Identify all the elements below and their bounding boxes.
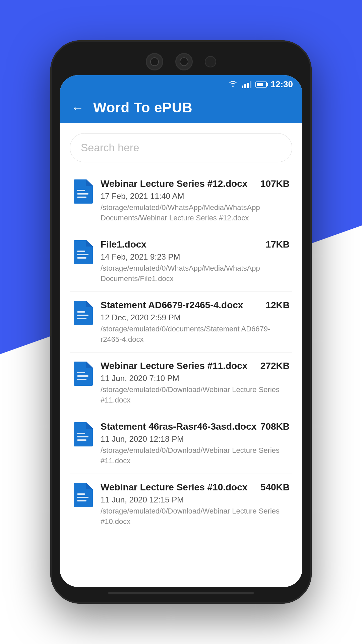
back-button[interactable]: ← bbox=[70, 100, 85, 115]
file-item[interactable]: Statement 46ras-Rasr46-3asd.docx 708KB 1… bbox=[70, 413, 292, 474]
app-bar: ← Word To ePUB bbox=[60, 92, 302, 123]
status-time: 12:30 bbox=[271, 79, 293, 90]
search-input[interactable] bbox=[70, 133, 292, 162]
svg-rect-1 bbox=[77, 193, 88, 195]
camera-center bbox=[205, 56, 216, 67]
svg-rect-12 bbox=[77, 433, 85, 434]
svg-rect-17 bbox=[77, 500, 86, 501]
battery-fill bbox=[257, 83, 263, 86]
status-icons: 12:30 bbox=[228, 79, 293, 90]
file-item[interactable]: File1.docx 17KB 14 Feb, 2021 9:23 PM /st… bbox=[70, 231, 292, 292]
file-info: Webinar Lecture Series #11.docx 272KB 11… bbox=[101, 360, 290, 406]
file-info: Statement AD6679-r2465-4.docx 12KB 12 De… bbox=[101, 299, 290, 345]
file-top-row: Webinar Lecture Series #11.docx 272KB bbox=[101, 360, 290, 372]
svg-rect-0 bbox=[77, 190, 85, 191]
phone-top bbox=[60, 50, 302, 75]
svg-rect-10 bbox=[77, 375, 88, 377]
svg-rect-7 bbox=[77, 315, 88, 316]
file-info: Webinar Lecture Series #10.docx 540KB 11… bbox=[101, 481, 290, 527]
file-icon bbox=[72, 422, 93, 447]
file-date: 11 Jun, 2020 7:10 PM bbox=[101, 374, 290, 383]
file-path: /storage/emulated/0/WhatsApp/Media/Whats… bbox=[101, 203, 290, 223]
status-bar: 12:30 bbox=[60, 75, 302, 92]
file-top-row: Webinar Lecture Series #12.docx 107KB bbox=[101, 178, 290, 190]
svg-rect-11 bbox=[77, 379, 86, 380]
search-bar bbox=[70, 133, 292, 162]
svg-rect-15 bbox=[77, 493, 85, 495]
file-path: /storage/emulated/0/Download/Webinar Lec… bbox=[101, 506, 290, 527]
file-date: 11 Jun, 2020 12:15 PM bbox=[101, 495, 290, 504]
file-icon bbox=[72, 361, 93, 386]
svg-rect-16 bbox=[77, 497, 88, 498]
file-size: 540KB bbox=[260, 482, 290, 493]
file-item[interactable]: Webinar Lecture Series #12.docx 107KB 17… bbox=[70, 170, 292, 231]
phone-frame: 12:30 ← Word To ePUB bbox=[50, 40, 312, 604]
battery-icon bbox=[255, 82, 267, 88]
file-date: 14 Feb, 2021 9:23 PM bbox=[101, 252, 290, 262]
svg-rect-8 bbox=[77, 318, 86, 319]
file-name: Statement AD6679-r2465-4.docx bbox=[101, 299, 262, 311]
phone-bottom-bar bbox=[108, 592, 254, 594]
app-title: Word To ePUB bbox=[93, 100, 192, 116]
file-path: /storage/emulated/0/Download/Webinar Lec… bbox=[101, 385, 290, 406]
svg-rect-4 bbox=[77, 254, 88, 255]
file-date: 12 Dec, 2020 2:59 PM bbox=[101, 313, 290, 322]
wifi-icon bbox=[228, 79, 238, 90]
file-name: Webinar Lecture Series #11.docx bbox=[101, 360, 257, 372]
svg-rect-2 bbox=[77, 197, 86, 198]
file-name: Webinar Lecture Series #12.docx bbox=[101, 178, 257, 190]
svg-rect-9 bbox=[77, 372, 85, 373]
file-date: 11 Jun, 2020 12:18 PM bbox=[101, 434, 290, 444]
file-name: File1.docx bbox=[101, 238, 262, 251]
svg-rect-3 bbox=[77, 251, 85, 252]
file-top-row: Statement AD6679-r2465-4.docx 12KB bbox=[101, 299, 290, 311]
file-item[interactable]: Statement AD6679-r2465-4.docx 12KB 12 De… bbox=[70, 292, 292, 353]
file-top-row: Statement 46ras-Rasr46-3asd.docx 708KB bbox=[101, 421, 290, 433]
svg-rect-5 bbox=[77, 257, 86, 259]
file-item[interactable]: Webinar Lecture Series #11.docx 272KB 11… bbox=[70, 353, 292, 413]
file-item[interactable]: Webinar Lecture Series #10.docx 540KB 11… bbox=[70, 474, 292, 534]
file-size: 708KB bbox=[260, 421, 290, 432]
camera-left bbox=[146, 53, 163, 70]
file-size: 107KB bbox=[260, 178, 290, 189]
file-path: /storage/emulated/0/WhatsApp/Media/Whats… bbox=[101, 263, 290, 284]
phone-screen: 12:30 ← Word To ePUB bbox=[60, 75, 302, 587]
file-size: 12KB bbox=[265, 300, 290, 311]
svg-rect-14 bbox=[77, 439, 86, 441]
file-top-row: File1.docx 17KB bbox=[101, 238, 290, 251]
file-icon bbox=[72, 483, 93, 507]
svg-rect-13 bbox=[77, 436, 88, 437]
file-icon bbox=[72, 301, 93, 325]
file-size: 272KB bbox=[260, 361, 290, 371]
file-info: File1.docx 17KB 14 Feb, 2021 9:23 PM /st… bbox=[101, 238, 290, 284]
file-name: Webinar Lecture Series #10.docx bbox=[101, 481, 257, 493]
file-path: /storage/emulated/0/documents/Statement … bbox=[101, 324, 290, 345]
file-info: Webinar Lecture Series #12.docx 107KB 17… bbox=[101, 178, 290, 223]
file-top-row: Webinar Lecture Series #10.docx 540KB bbox=[101, 481, 290, 493]
file-name: Statement 46ras-Rasr46-3asd.docx bbox=[101, 421, 257, 433]
content-area: Webinar Lecture Series #12.docx 107KB 17… bbox=[60, 123, 302, 587]
file-date: 17 Feb, 2021 11:40 AM bbox=[101, 192, 290, 201]
scene: 12:30 ← Word To ePUB bbox=[0, 0, 362, 644]
file-icon bbox=[72, 240, 93, 265]
file-path: /storage/emulated/0/Download/Webinar Lec… bbox=[101, 445, 290, 466]
svg-rect-6 bbox=[77, 311, 85, 313]
signal-icon bbox=[242, 81, 251, 88]
file-list: Webinar Lecture Series #12.docx 107KB 17… bbox=[70, 170, 292, 534]
file-icon bbox=[72, 179, 93, 204]
file-info: Statement 46ras-Rasr46-3asd.docx 708KB 1… bbox=[101, 421, 290, 466]
camera-right bbox=[175, 53, 193, 70]
file-size: 17KB bbox=[265, 239, 290, 250]
